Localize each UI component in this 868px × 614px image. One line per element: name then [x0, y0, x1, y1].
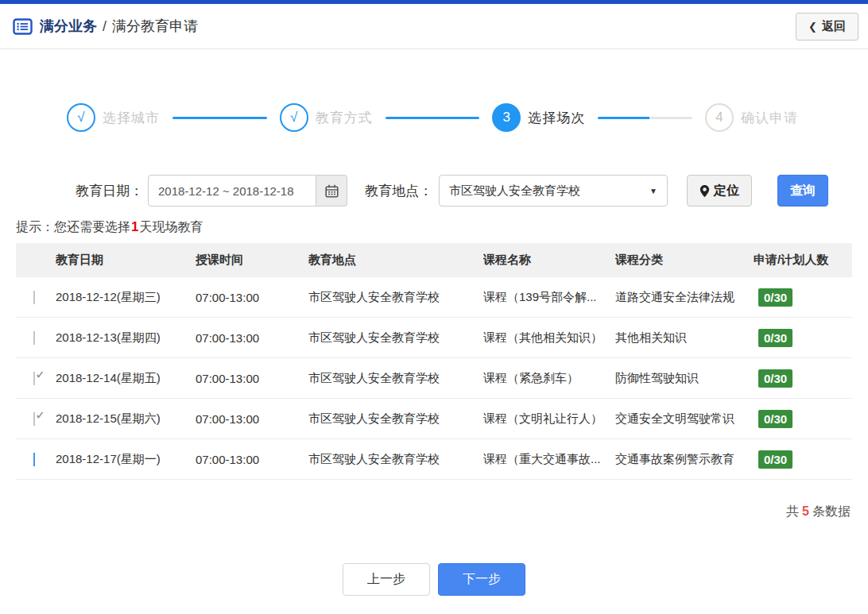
caret-down-icon: ▼ [649, 187, 657, 195]
col-header-course: 课程名称 [483, 253, 615, 268]
step-confirm-application: 4 确认申请 [705, 103, 798, 132]
hint-prefix: 提示：您还需要选择 [16, 220, 130, 234]
row-course: 课程（重大交通事故... [483, 452, 615, 467]
map-pin-icon [699, 184, 710, 198]
check-icon: ✓ [35, 412, 46, 423]
capacity-badge: 0/30 [758, 450, 792, 469]
list-icon [13, 18, 33, 35]
row-date: 2018-12-17(星期一) [56, 452, 196, 467]
step-3-label: 选择场次 [528, 109, 585, 127]
capacity-badge: 0/30 [758, 288, 792, 307]
hint-suffix: 天现场教育 [139, 220, 203, 234]
step-4-label: 确认申请 [741, 109, 798, 127]
hint-text: 提示：您还需要选择1天现场教育 [16, 219, 868, 237]
capacity-badge: 0/30 [758, 329, 792, 347]
step-3-circle: 3 [492, 103, 521, 132]
col-header-location: 教育地点 [308, 253, 483, 268]
record-count-prefix: 共 [786, 504, 799, 518]
row-category: 交通事故案例警示教育 [615, 452, 754, 467]
calendar-icon[interactable] [316, 175, 347, 207]
step-select-city: √ 选择城市 [67, 103, 160, 132]
back-button-label: 返回 [822, 19, 846, 34]
breadcrumb: 满分业务 / 满分教育申请 [13, 17, 198, 36]
row-location: 市区驾驶人安全教育学校 [308, 411, 483, 427]
row-time: 07:00-13:00 [196, 331, 308, 345]
check-icon: ✓ [35, 372, 46, 383]
locate-button-label: 定位 [714, 183, 739, 199]
table-row[interactable]: ✓ 2018-12-17(星期一) 07:00-13:00 市区驾驶人安全教育学… [16, 439, 852, 480]
hint-days-remaining: 1 [130, 219, 139, 234]
step-connector-3 [598, 117, 692, 119]
table-row[interactable]: ✓ 2018-12-15(星期六) 07:00-13:00 市区驾驶人安全教育学… [16, 399, 852, 439]
step-1-label: 选择城市 [103, 109, 160, 127]
capacity-badge: 0/30 [758, 410, 792, 428]
row-course: 课程（其他相关知识） [483, 330, 615, 346]
row-checkbox[interactable]: ✓ [33, 453, 35, 466]
record-count-suffix: 条数据 [812, 504, 851, 518]
locate-button[interactable]: 定位 [687, 175, 752, 207]
row-category: 道路交通安全法律法规 [615, 290, 754, 305]
breadcrumb-current: 满分教育申请 [112, 17, 198, 36]
col-header-count: 申请/计划人数 [754, 253, 852, 268]
row-date: 2018-12-14(星期五) [56, 371, 196, 386]
col-header-date: 教育日期 [56, 253, 196, 268]
date-range-input[interactable] [148, 175, 316, 207]
col-header-category: 课程分类 [615, 253, 754, 268]
row-date: 2018-12-15(星期六) [56, 411, 196, 427]
table-row[interactable]: ✓ 2018-12-12(星期三) 07:00-13:00 市区驾驶人安全教育学… [16, 277, 852, 318]
row-date: 2018-12-13(星期四) [56, 330, 196, 346]
location-select[interactable]: 市区驾驶人安全教育学校 ▼ [439, 175, 668, 207]
row-location: 市区驾驶人安全教育学校 [308, 290, 483, 305]
row-category: 其他相关知识 [615, 330, 754, 346]
row-checkbox[interactable]: ✓ [33, 412, 35, 426]
filter-bar: 教育日期： 教育地点： 市区驾驶人安全教育学校 [76, 175, 868, 207]
capacity-badge: 0/30 [758, 369, 792, 388]
row-date: 2018-12-12(星期三) [56, 290, 196, 305]
record-count-number: 5 [802, 504, 809, 518]
session-table: 教育日期 授课时间 教育地点 课程名称 课程分类 申请/计划人数 ✓ 2018-… [16, 243, 852, 480]
location-select-value: 市区驾驶人安全教育学校 [449, 183, 580, 199]
row-checkbox[interactable]: ✓ [33, 291, 35, 304]
back-button[interactable]: ❮ 返回 [796, 13, 858, 41]
table-row[interactable]: ✓ 2018-12-14(星期五) 07:00-13:00 市区驾驶人安全教育学… [16, 358, 852, 399]
row-time: 07:00-13:00 [196, 291, 308, 304]
row-location: 市区驾驶人安全教育学校 [308, 371, 483, 386]
breadcrumb-root[interactable]: 满分业务 [40, 17, 97, 36]
step-select-session: 3 选择场次 [492, 103, 585, 132]
row-checkbox[interactable]: ✓ [33, 331, 35, 345]
step-connector-2 [386, 117, 480, 119]
row-location: 市区驾驶人安全教育学校 [308, 330, 483, 346]
row-category: 交通安全文明驾驶常识 [615, 411, 754, 427]
row-time: 07:00-13:00 [196, 372, 308, 385]
education-location-label: 教育地点： [365, 182, 432, 200]
header: 满分业务 / 满分教育申请 ❮ 返回 [0, 4, 868, 49]
stepper: √ 选择城市 √ 教育方式 3 选择场次 4 确认申请 [67, 103, 798, 132]
row-course: 课程（文明礼让行人） [483, 411, 615, 427]
step-4-circle: 4 [705, 103, 734, 132]
step-connector-1 [172, 117, 267, 119]
row-checkbox[interactable]: ✓ [33, 372, 35, 385]
page: 满分业务 / 满分教育申请 ❮ 返回 √ 选择城市 √ 教育方式 3 选择场次 … [0, 0, 868, 614]
col-header-time: 授课时间 [196, 253, 308, 268]
row-course: 课程（紧急刹车） [483, 371, 615, 386]
step-2-circle: √ [280, 103, 308, 132]
previous-step-button[interactable]: 上一步 [343, 563, 430, 596]
row-category: 防御性驾驶知识 [615, 371, 754, 386]
table-row[interactable]: ✓ 2018-12-13(星期四) 07:00-13:00 市区驾驶人安全教育学… [16, 318, 852, 358]
step-2-label: 教育方式 [316, 109, 373, 127]
search-button[interactable]: 查询 [777, 175, 828, 207]
next-step-button[interactable]: 下一步 [438, 563, 525, 596]
row-time: 07:00-13:00 [196, 412, 308, 426]
table-header-row: 教育日期 授课时间 教育地点 课程名称 课程分类 申请/计划人数 [16, 243, 852, 277]
wizard-actions: 上一步 下一步 [0, 563, 868, 596]
step-1-circle: √ [67, 103, 95, 132]
date-range-group [148, 175, 347, 207]
row-location: 市区驾驶人安全教育学校 [308, 452, 483, 467]
breadcrumb-separator: / [103, 18, 107, 35]
chevron-left-icon: ❮ [808, 21, 817, 33]
row-time: 07:00-13:00 [196, 453, 308, 466]
record-count: 共5条数据 [0, 504, 851, 520]
education-date-label: 教育日期： [76, 182, 143, 200]
row-course: 课程（139号部令解... [483, 290, 615, 305]
step-education-mode: √ 教育方式 [280, 103, 373, 132]
